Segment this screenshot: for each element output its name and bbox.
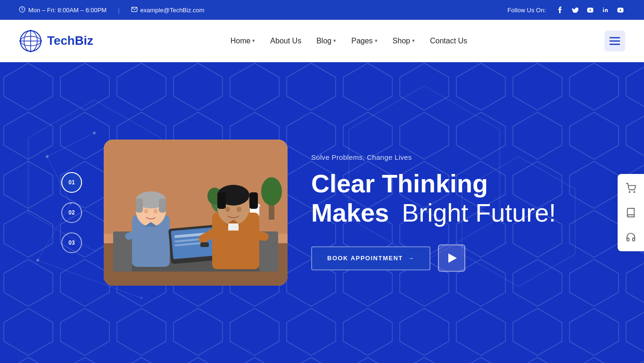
hero-content: Solve Problems, Change Lives Clear Think…	[311, 153, 556, 272]
svg-point-49	[154, 209, 157, 214]
svg-point-2	[603, 8, 604, 8]
svg-point-42	[261, 177, 282, 206]
hero-subtitle: Solve Problems, Change Lives	[311, 153, 556, 161]
nav-blog[interactable]: Blog ▾	[316, 37, 336, 45]
hero-actions: BOOK APPOINTMENT →	[311, 245, 556, 272]
hamburger-button[interactable]	[604, 31, 625, 51]
logo-accent: Biz	[75, 33, 93, 48]
hero-title-line1: Clear Thinking	[311, 169, 556, 198]
linkedin-icon[interactable]	[601, 5, 610, 15]
hero-title-line2-normal: Bright Future!	[402, 199, 556, 227]
right-sidebar	[618, 174, 644, 251]
svg-point-48	[144, 209, 148, 214]
nav-pages[interactable]: Pages ▾	[351, 37, 377, 45]
cart-sidebar-icon[interactable]	[624, 182, 637, 195]
logo[interactable]: TechBiz	[19, 29, 93, 53]
blog-chevron: ▾	[333, 38, 336, 44]
svg-point-8	[30, 30, 32, 32]
clock-icon	[19, 6, 25, 14]
youtube-icon[interactable]	[586, 5, 595, 15]
email-text: example@TechBiz.com	[140, 7, 205, 14]
hours-text: Mon – Fri: 8:00AM – 6:00PM	[28, 7, 107, 14]
svg-rect-30	[104, 140, 288, 234]
nav-contact[interactable]: Contact Us	[430, 37, 467, 45]
svg-point-69	[634, 191, 635, 192]
book-sidebar-icon[interactable]	[624, 206, 637, 219]
business-hours: Mon – Fri: 8:00AM – 6:00PM	[19, 6, 107, 14]
slide-dot-1[interactable]: 01	[61, 172, 82, 193]
svg-point-9	[30, 50, 32, 52]
svg-rect-67	[200, 242, 209, 247]
hero-section: 01 02 03	[0, 62, 644, 363]
svg-point-11	[40, 40, 42, 42]
svg-rect-61	[249, 192, 258, 209]
divider: |	[118, 7, 119, 14]
facebook-icon[interactable]	[555, 5, 565, 15]
svg-rect-60	[217, 192, 226, 209]
svg-point-68	[629, 191, 630, 192]
home-chevron: ▾	[252, 38, 255, 44]
hero-image	[104, 140, 288, 286]
navbar: TechBiz Home ▾ About Us Blog ▾ Pages ▾ S…	[0, 20, 644, 62]
logo-icon	[19, 29, 42, 53]
mail-icon	[131, 6, 138, 14]
youtube2-icon[interactable]	[616, 5, 625, 15]
logo-plain: Tech	[47, 33, 75, 48]
nav-links: Home ▾ About Us Blog ▾ Pages ▾ Shop ▾ Co…	[231, 37, 467, 45]
svg-point-10	[19, 40, 21, 42]
social-links: Follow Us On:	[507, 5, 625, 15]
nav-about[interactable]: About Us	[270, 37, 301, 45]
slide-indicators: 01 02 03	[61, 172, 82, 253]
svg-point-62	[225, 207, 230, 212]
slide-dot-2[interactable]: 02	[61, 202, 82, 223]
svg-rect-47	[159, 198, 166, 213]
top-bar-left: Mon – Fri: 8:00AM – 6:00PM | example@Tec…	[19, 6, 205, 14]
shop-chevron: ▾	[412, 38, 415, 44]
top-bar: Mon – Fri: 8:00AM – 6:00PM | example@Tec…	[0, 0, 644, 20]
play-icon	[448, 254, 457, 263]
svg-rect-64	[228, 223, 239, 231]
hamburger-icon	[610, 36, 620, 46]
svg-rect-46	[136, 198, 143, 213]
hero-title: Clear Thinking Makes Bright Future!	[311, 169, 556, 227]
logo-text: TechBiz	[47, 33, 93, 48]
nav-shop[interactable]: Shop ▾	[393, 37, 415, 45]
hero-scene-svg	[104, 140, 288, 286]
slide-dot-3[interactable]: 03	[61, 232, 82, 253]
follow-label: Follow Us On:	[507, 7, 546, 14]
book-appointment-button[interactable]: BOOK APPOINTMENT →	[311, 246, 430, 270]
nav-home[interactable]: Home ▾	[231, 37, 256, 45]
email-contact: example@TechBiz.com	[131, 6, 205, 14]
play-button[interactable]	[438, 245, 465, 272]
hero-title-line2: Makes Bright Future!	[311, 198, 556, 228]
twitter-icon[interactable]	[570, 5, 580, 15]
cta-arrow: →	[408, 255, 415, 262]
headset-sidebar-icon[interactable]	[624, 231, 637, 244]
svg-point-63	[237, 207, 241, 212]
pages-chevron: ▾	[375, 38, 378, 44]
